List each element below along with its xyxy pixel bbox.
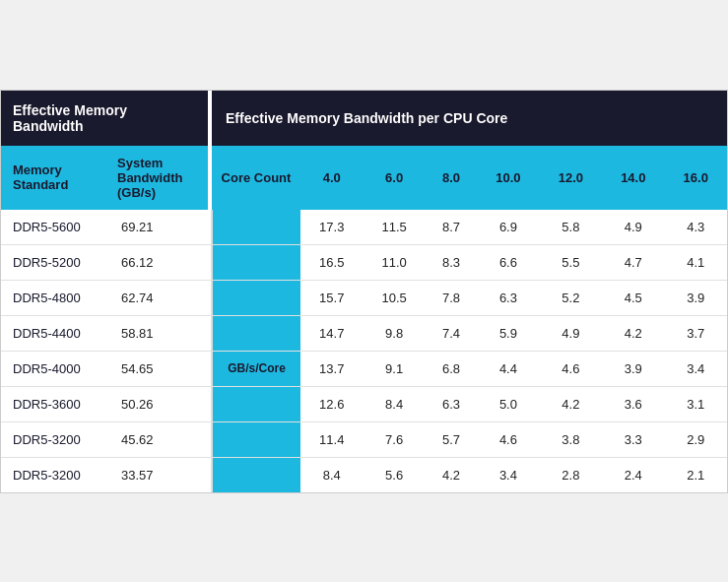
- main-table-container: Effective Memory Bandwidth Effective Mem…: [0, 90, 728, 493]
- section1-header: Effective Memory Bandwidth: [1, 91, 208, 146]
- v16-cell: 3.4: [665, 351, 727, 386]
- v16-cell: 2.1: [665, 457, 727, 492]
- v6-cell: 9.1: [363, 351, 425, 386]
- v14-cell: 2.4: [602, 457, 664, 492]
- col-memory-header: Memory Standard: [1, 146, 109, 210]
- bandwidth-cell: 58.81: [109, 315, 208, 351]
- v6-cell: 5.6: [363, 457, 425, 492]
- bandwidth-cell: 54.65: [109, 351, 208, 386]
- core-count-cell: [212, 421, 300, 457]
- header-row-1: Effective Memory Bandwidth Effective Mem…: [1, 91, 727, 146]
- col-10-header: 10.0: [477, 146, 539, 210]
- v8-cell: 7.8: [426, 280, 477, 315]
- table-row: DDR5-480062.7415.710.57.86.35.24.53.9: [1, 280, 727, 315]
- bandwidth-table: Effective Memory Bandwidth Effective Mem…: [1, 91, 727, 492]
- col-12-header: 12.0: [540, 146, 602, 210]
- v6-cell: 7.6: [363, 421, 425, 457]
- v16-cell: 2.9: [665, 421, 727, 457]
- v14-cell: 4.2: [602, 315, 664, 351]
- v14-cell: 4.5: [602, 280, 664, 315]
- v12-cell: 2.8: [540, 457, 602, 492]
- v6-cell: 10.5: [363, 280, 425, 315]
- memory-standard-cell: DDR5-4800: [1, 280, 109, 315]
- v16-cell: 3.1: [665, 386, 727, 421]
- v10-cell: 6.9: [477, 210, 539, 245]
- v6-cell: 9.8: [363, 315, 425, 351]
- table-row: DDR5-320033.578.45.64.23.42.82.42.1: [1, 457, 727, 492]
- table-body: DDR5-560069.2117.311.58.76.95.84.94.3DDR…: [1, 210, 727, 492]
- table-row: DDR5-360050.2612.68.46.35.04.23.63.1: [1, 386, 727, 421]
- v4-cell: 17.3: [300, 210, 363, 245]
- table-row: DDR5-320045.6211.47.65.74.63.83.32.9: [1, 421, 727, 457]
- v8-cell: 5.7: [426, 421, 477, 457]
- memory-standard-cell: DDR5-5200: [1, 244, 109, 280]
- memory-standard-cell: DDR5-3200: [1, 457, 109, 492]
- v10-cell: 6.6: [477, 244, 539, 280]
- v4-cell: 15.7: [300, 280, 363, 315]
- core-count-cell: [212, 457, 300, 492]
- table-row: DDR5-520066.1216.511.08.36.65.54.74.1: [1, 244, 727, 280]
- memory-standard-cell: DDR5-3600: [1, 386, 109, 421]
- v16-cell: 4.3: [665, 210, 727, 245]
- v12-cell: 5.8: [540, 210, 602, 245]
- v12-cell: 4.6: [540, 351, 602, 386]
- v8-cell: 8.7: [426, 210, 477, 245]
- col-4-header: 4.0: [300, 146, 363, 210]
- col-14-header: 14.0: [602, 146, 664, 210]
- core-count-cell: GB/s/Core: [212, 351, 300, 386]
- table-row: DDR5-400054.65GB/s/Core13.79.16.84.44.63…: [1, 351, 727, 386]
- v10-cell: 5.0: [477, 386, 539, 421]
- v16-cell: 4.1: [665, 244, 727, 280]
- bandwidth-cell: 69.21: [109, 210, 208, 245]
- col-16-header: 16.0: [665, 146, 727, 210]
- bandwidth-cell: 33.57: [109, 457, 208, 492]
- col-core-count-header: Core Count: [212, 146, 300, 210]
- v8-cell: 6.3: [426, 386, 477, 421]
- v10-cell: 6.3: [477, 280, 539, 315]
- bandwidth-cell: 45.62: [109, 421, 208, 457]
- v6-cell: 11.5: [363, 210, 425, 245]
- core-count-cell: [212, 386, 300, 421]
- v4-cell: 13.7: [300, 351, 363, 386]
- v8-cell: 4.2: [426, 457, 477, 492]
- v12-cell: 4.2: [540, 386, 602, 421]
- v8-cell: 8.3: [426, 244, 477, 280]
- v14-cell: 3.3: [602, 421, 664, 457]
- header-row-2: Memory Standard System Bandwidth (GB/s) …: [1, 146, 727, 210]
- bandwidth-cell: 50.26: [109, 386, 208, 421]
- v4-cell: 8.4: [300, 457, 363, 492]
- v8-cell: 6.8: [426, 351, 477, 386]
- table-row: DDR5-560069.2117.311.58.76.95.84.94.3: [1, 210, 727, 245]
- v10-cell: 5.9: [477, 315, 539, 351]
- v16-cell: 3.7: [665, 315, 727, 351]
- bandwidth-cell: 66.12: [109, 244, 208, 280]
- v14-cell: 3.9: [602, 351, 664, 386]
- v10-cell: 4.4: [477, 351, 539, 386]
- memory-standard-cell: DDR5-4400: [1, 315, 109, 351]
- section2-header: Effective Memory Bandwidth per CPU Core: [212, 91, 727, 146]
- core-count-cell: [212, 280, 300, 315]
- v12-cell: 5.2: [540, 280, 602, 315]
- core-count-cell: [212, 244, 300, 280]
- v14-cell: 4.9: [602, 210, 664, 245]
- v14-cell: 3.6: [602, 386, 664, 421]
- v4-cell: 12.6: [300, 386, 363, 421]
- core-count-cell: [212, 315, 300, 351]
- v4-cell: 11.4: [300, 421, 363, 457]
- v4-cell: 14.7: [300, 315, 363, 351]
- v6-cell: 8.4: [363, 386, 425, 421]
- v16-cell: 3.9: [665, 280, 727, 315]
- v4-cell: 16.5: [300, 244, 363, 280]
- v12-cell: 5.5: [540, 244, 602, 280]
- v12-cell: 3.8: [540, 421, 602, 457]
- v12-cell: 4.9: [540, 315, 602, 351]
- v6-cell: 11.0: [363, 244, 425, 280]
- col-8-header: 8.0: [426, 146, 477, 210]
- bandwidth-cell: 62.74: [109, 280, 208, 315]
- memory-standard-cell: DDR5-5600: [1, 210, 109, 245]
- v8-cell: 7.4: [426, 315, 477, 351]
- v10-cell: 4.6: [477, 421, 539, 457]
- core-count-cell: [212, 210, 300, 245]
- v10-cell: 3.4: [477, 457, 539, 492]
- col-6-header: 6.0: [363, 146, 425, 210]
